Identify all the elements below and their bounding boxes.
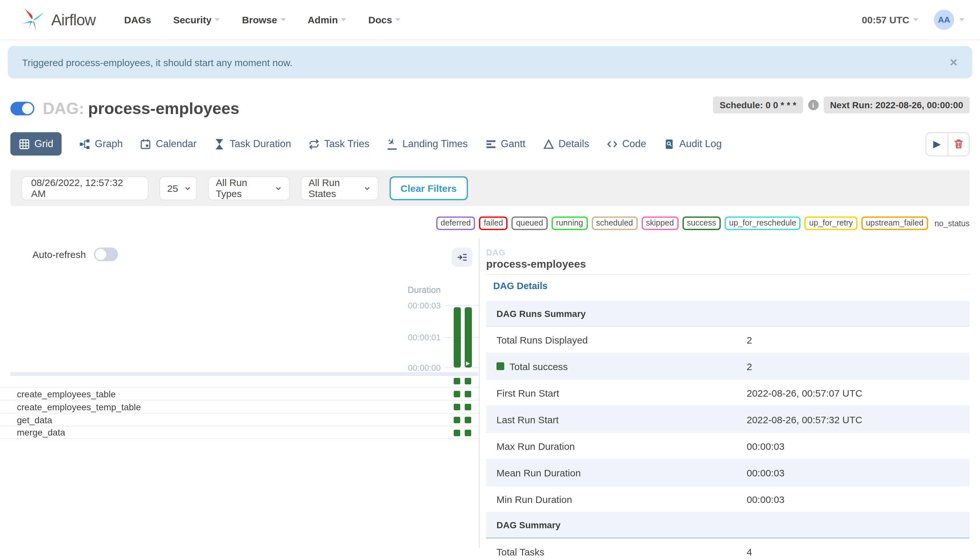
- alert-close-button[interactable]: ✕: [949, 56, 958, 68]
- tab-graph[interactable]: Graph: [79, 138, 123, 150]
- table-row: Total success 2: [486, 353, 970, 380]
- dag-run-status-square[interactable]: [465, 378, 471, 384]
- filter-bar: 08/26/2022, 12:57:32 AM 25 All Run Types…: [10, 170, 970, 206]
- gridline: [445, 368, 479, 368]
- repeat-icon: [308, 138, 320, 149]
- axis-tick: 00:00:01: [408, 332, 441, 342]
- nav-item-docs[interactable]: Docs: [368, 14, 400, 25]
- plane-landing-icon: ✈: [387, 138, 398, 149]
- main-nav: DAGs Security Browse Admin Docs: [124, 14, 400, 25]
- row-value: 00:00:03: [747, 440, 970, 452]
- legend-success[interactable]: success: [682, 217, 720, 230]
- duration-axis-label: Duration: [408, 285, 441, 295]
- base-date-input[interactable]: 08/26/2022, 12:57:32 AM: [22, 176, 148, 200]
- tab-details[interactable]: Details: [543, 138, 589, 150]
- airflow-logo[interactable]: Airflow: [20, 7, 96, 33]
- task-row[interactable]: merge_data: [0, 426, 479, 439]
- axis-baseline: [10, 372, 478, 376]
- row-value: 2022-08-26, 00:57:32 UTC: [747, 414, 970, 425]
- auto-refresh-toggle[interactable]: [94, 248, 118, 261]
- schedule-badge: Schedule: 0 0 * * *: [713, 96, 803, 113]
- arrow-to-list-icon: [457, 252, 467, 262]
- legend-queued[interactable]: queued: [512, 217, 547, 230]
- chevron-down-icon: [275, 184, 282, 192]
- table-row: Mean Run Duration 00:00:03: [486, 460, 970, 486]
- task-row[interactable]: get_data: [0, 413, 479, 426]
- legend-scheduled[interactable]: scheduled: [592, 217, 637, 230]
- num-runs-select[interactable]: 25: [160, 176, 197, 200]
- trash-icon: [953, 139, 964, 149]
- navbar-right: 00:57 UTC AA: [862, 10, 965, 30]
- panel-kicker: DAG: [486, 248, 970, 257]
- tab-grid[interactable]: Grid: [10, 132, 62, 155]
- tab-task-tries[interactable]: Task Tries: [308, 138, 370, 150]
- legend-deferred[interactable]: deferred: [436, 217, 475, 230]
- brand-name: Airflow: [51, 11, 96, 29]
- nav-item-admin[interactable]: Admin: [308, 14, 346, 25]
- dag-details-panel: DAG process-employees DAG Details DAG Ru…: [479, 238, 980, 548]
- airflow-page: Airflow DAGs Security Browse Admin Docs …: [0, 0, 980, 560]
- row-value: 00:00:03: [747, 493, 970, 505]
- dag-action-buttons: ▶: [925, 132, 970, 156]
- dag-run-status-square[interactable]: [454, 378, 460, 384]
- run-states-select[interactable]: All Run States: [301, 176, 378, 200]
- timezone-selector[interactable]: 00:57 UTC: [862, 14, 918, 25]
- main-content: Auto-refresh Duration 00:00:03 00:00:01 …: [0, 238, 980, 548]
- row-value: 00:00:03: [747, 467, 970, 478]
- tab-calendar[interactable]: Calendar: [140, 138, 197, 150]
- trigger-alert-banner: Triggered process-employees, it should s…: [8, 46, 972, 78]
- task-instance-square[interactable]: [454, 430, 460, 436]
- table-row: Last Run Start 2022-08-26, 00:57:32 UTC: [486, 407, 970, 433]
- dag-run-bar-2[interactable]: ▶: [465, 307, 472, 368]
- row-label: Min Run Duration: [497, 493, 747, 505]
- user-menu[interactable]: AA: [934, 10, 965, 30]
- dag-run-bar-1[interactable]: [454, 307, 461, 368]
- task-instance-square[interactable]: [454, 417, 460, 423]
- tab-gantt[interactable]: Gantt: [485, 138, 525, 150]
- run-types-select[interactable]: All Run Types: [208, 176, 290, 200]
- table-row: Total Runs Displayed 2: [486, 327, 970, 353]
- airflow-pinwheel-icon: [20, 7, 45, 33]
- legend-failed[interactable]: failed: [479, 217, 508, 230]
- gridline: [445, 337, 479, 338]
- dag-details-link[interactable]: DAG Details: [493, 281, 548, 291]
- tab-landing-times[interactable]: ✈ Landing Times: [387, 138, 468, 150]
- task-instance-square[interactable]: [465, 404, 471, 410]
- schedule-info-icon[interactable]: i: [808, 100, 818, 110]
- task-instance-square[interactable]: [454, 404, 460, 410]
- tab-task-duration[interactable]: Task Duration: [214, 138, 291, 150]
- legend-up-for-reschedule[interactable]: up_for_reschedule: [725, 217, 801, 230]
- dag-name: process-employees: [88, 99, 240, 117]
- task-instance-square[interactable]: [454, 391, 460, 397]
- legend-running[interactable]: running: [552, 217, 588, 230]
- collapse-details-panel-button[interactable]: [452, 248, 472, 267]
- tab-audit-log[interactable]: Audit Log: [664, 138, 722, 150]
- tab-code[interactable]: Code: [607, 138, 646, 150]
- nav-item-security[interactable]: Security: [173, 14, 220, 25]
- chevron-down-icon: [215, 18, 220, 22]
- dag-pause-toggle[interactable]: [10, 102, 34, 115]
- graph-icon: [79, 138, 90, 149]
- task-row[interactable]: create_employees_table: [0, 387, 479, 400]
- avatar: AA: [934, 10, 954, 30]
- task-list: create_employees_table create_employees_…: [0, 387, 479, 439]
- trigger-dag-button[interactable]: ▶: [926, 133, 948, 155]
- legend-up-for-retry[interactable]: up_for_retry: [805, 217, 858, 230]
- legend-upstream-failed[interactable]: upstream_failed: [862, 217, 928, 230]
- legend-skipped[interactable]: skipped: [641, 217, 678, 230]
- task-instance-square[interactable]: [465, 430, 471, 436]
- delete-dag-button[interactable]: [948, 133, 969, 155]
- table-row: Max Run Duration 00:00:03: [486, 433, 970, 460]
- axis-tick: 00:00:00: [408, 363, 441, 373]
- task-instance-square[interactable]: [465, 391, 471, 397]
- toggle-knob: [95, 249, 106, 260]
- nav-item-browse[interactable]: Browse: [242, 14, 285, 25]
- gantt-bars-icon: [485, 138, 496, 149]
- auto-refresh-control: Auto-refresh: [32, 248, 118, 261]
- nav-item-dags[interactable]: DAGs: [124, 14, 151, 25]
- clear-filters-button[interactable]: Clear Filters: [390, 176, 468, 200]
- task-instance-square[interactable]: [465, 417, 471, 423]
- task-row[interactable]: create_employees_temp_table: [0, 400, 479, 413]
- manual-run-icon: ▶: [466, 361, 470, 366]
- row-value: 2022-08-26, 00:57:07 UTC: [747, 387, 970, 398]
